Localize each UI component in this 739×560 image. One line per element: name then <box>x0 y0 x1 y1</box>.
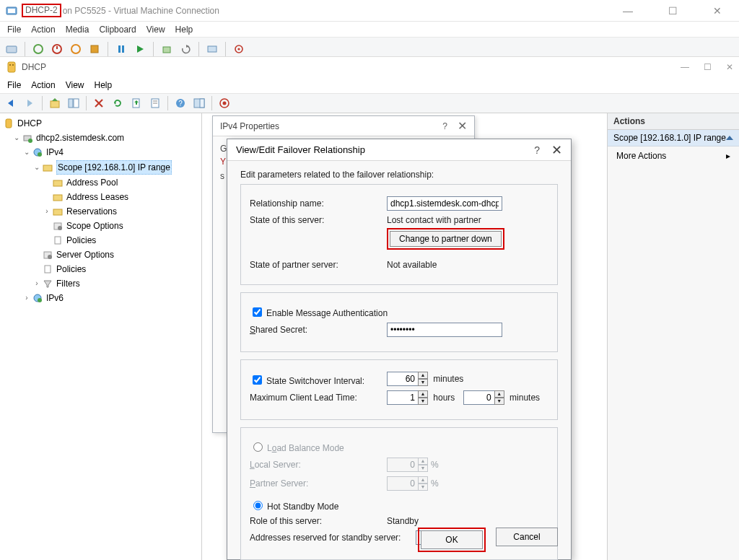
mmc-menu-help[interactable]: Help <box>95 80 113 90</box>
failover-dialog[interactable]: View/Edit Failover Relationship ? ✕ Edit… <box>227 139 572 560</box>
mclt-hours-unit: hours <box>433 393 455 403</box>
save-icon[interactable] <box>87 42 102 56</box>
enhanced-session-icon[interactable] <box>205 42 219 56</box>
checkpoint-icon[interactable] <box>159 42 174 56</box>
shared-secret-field[interactable] <box>387 323 502 337</box>
dialog-help-icon[interactable]: ? <box>534 144 540 156</box>
vm-menubar: File Action Media Clipboard View Help <box>0 22 739 38</box>
svg-rect-24 <box>74 99 79 108</box>
failover-title: View/Edit Failover Relationship <box>236 144 365 155</box>
panel-icon[interactable] <box>191 95 207 111</box>
enable-msg-auth-checkbox[interactable]: Enable Message Authentication <box>250 305 388 318</box>
maximize-button[interactable]: ☐ <box>657 5 688 17</box>
actions-more[interactable]: More Actions ▸ <box>608 146 739 165</box>
group-relationship-state: Relationship name: State of this server:… <box>240 184 558 285</box>
relationship-name-field[interactable] <box>387 196 502 211</box>
export-icon[interactable] <box>128 95 144 111</box>
menu-action[interactable]: Action <box>31 25 55 35</box>
dialog-close-icon[interactable]: ✕ <box>551 142 562 158</box>
mmc-title: DHCP <box>22 62 46 72</box>
help-icon[interactable]: ? <box>442 121 447 131</box>
menu-file[interactable]: File <box>7 25 21 35</box>
hot-standby-radio[interactable]: Hot Standby Mode <box>250 498 338 512</box>
state-partner-server-value: Not available <box>387 260 548 270</box>
collapse-caret-icon <box>726 136 733 140</box>
actions-pane: Actions Scope [192.168.1.0] IP range Mor… <box>608 113 739 560</box>
menu-media[interactable]: Media <box>66 25 89 35</box>
delete-icon[interactable] <box>91 95 107 111</box>
svg-rect-46 <box>53 195 62 201</box>
tree-reservations[interactable]: ›Reservations <box>1 204 200 219</box>
svg-marker-10 <box>137 45 144 53</box>
pause-icon[interactable] <box>114 42 128 56</box>
failover-titlebar[interactable]: View/Edit Failover Relationship ? ✕ <box>227 139 571 161</box>
local-server-label: Local Server: <box>250 460 387 470</box>
up-icon[interactable] <box>47 95 63 111</box>
mmc-maximize-button[interactable]: ☐ <box>704 62 712 72</box>
record-icon[interactable] <box>217 95 232 111</box>
turnoff-icon[interactable] <box>50 42 64 56</box>
mmc-menu-file[interactable]: File <box>7 80 21 90</box>
ctrl-alt-del-icon[interactable] <box>4 42 19 56</box>
menu-clipboard[interactable]: Clipboard <box>99 25 136 35</box>
svg-point-6 <box>71 45 80 53</box>
refresh-icon[interactable] <box>110 95 126 111</box>
switchover-minutes-spinner[interactable]: ▲▼ <box>387 372 428 386</box>
nav-forward-icon[interactable] <box>22 95 38 111</box>
reset-icon[interactable] <box>133 42 147 56</box>
tree-ipv6[interactable]: ›IPv6 <box>1 291 200 305</box>
svg-rect-45 <box>53 180 62 186</box>
shared-secret-label: Shared Secret: <box>250 325 387 335</box>
menu-help[interactable]: Help <box>175 25 193 35</box>
tree-server[interactable]: ⌄ dhcp2.sistemdesk.com <box>1 131 200 145</box>
menu-view[interactable]: View <box>147 25 165 35</box>
state-switchover-checkbox[interactable]: State Switchover Interval: <box>250 372 387 386</box>
svg-rect-50 <box>55 237 61 244</box>
svg-rect-8 <box>118 45 121 53</box>
tree-address-leases[interactable]: Address Leases <box>1 190 200 204</box>
cancel-button[interactable]: Cancel <box>496 528 558 546</box>
change-partner-down-button[interactable]: Change to partner down <box>390 231 502 247</box>
mclt-hours-spinner[interactable]: ▲▼ <box>387 390 428 405</box>
failover-intro: Edit parameters related to the failover … <box>240 170 558 180</box>
share-icon[interactable] <box>232 42 246 56</box>
help-icon[interactable]: ? <box>172 95 188 111</box>
tree-root-dhcp[interactable]: DHCP <box>1 116 200 131</box>
revert-icon[interactable] <box>178 42 193 56</box>
close-button[interactable]: ✕ <box>701 5 733 17</box>
chevron-right-icon: ▸ <box>726 151 730 161</box>
load-balance-radio[interactable]: Load Balance Mode <box>250 439 344 453</box>
mmc-menu-view[interactable]: View <box>66 80 84 90</box>
svg-rect-36 <box>200 99 204 108</box>
properties-icon[interactable] <box>147 95 163 111</box>
shutdown-icon[interactable] <box>69 42 83 56</box>
start-icon[interactable] <box>31 42 45 56</box>
mclt-minutes-spinner[interactable]: ▲▼ <box>463 390 504 405</box>
nav-back-icon[interactable] <box>3 95 19 111</box>
mmc-minimize-button[interactable]: — <box>681 62 689 72</box>
ipv4-dialog-titlebar[interactable]: IPv4 Properties ? ✕ <box>213 116 474 136</box>
state-partner-server-label: State of partner server: <box>250 260 387 270</box>
tree-scope-options[interactable]: Scope Options <box>1 219 200 233</box>
tree-address-pool[interactable]: Address Pool <box>1 175 200 190</box>
close-icon[interactable]: ✕ <box>458 119 467 133</box>
tree-scope-policies[interactable]: Policies <box>1 233 200 248</box>
tree-server-options[interactable]: Server Options <box>1 248 200 262</box>
tree-filters[interactable]: ›Filters <box>1 276 200 291</box>
vm-title-rest: on PC5525 - Virtual Machine Connection <box>63 6 219 16</box>
state-this-server-label: State of this server: <box>250 215 387 225</box>
mmc-menubar: File Action View Help <box>0 77 739 93</box>
tree-ipv4[interactable]: ⌄ IPv4 <box>1 145 200 159</box>
show-hide-tree-icon[interactable] <box>66 95 82 111</box>
mmc-close-button[interactable]: ✕ <box>726 62 733 72</box>
mmc-titlebar: DHCP — ☐ ✕ <box>0 57 739 77</box>
ok-button[interactable]: OK <box>421 530 483 549</box>
tree-policies[interactable]: Policies <box>1 262 200 276</box>
svg-point-17 <box>9 64 11 66</box>
state-this-server-value: Lost contact with partner <box>387 215 548 225</box>
mmc-menu-action[interactable]: Action <box>31 80 55 90</box>
minimize-button[interactable]: — <box>612 5 644 17</box>
tree-pane[interactable]: DHCP ⌄ dhcp2.sistemdesk.com ⌄ IPv4 ⌄ <box>0 113 202 560</box>
actions-scope-heading[interactable]: Scope [192.168.1.0] IP range <box>608 130 739 146</box>
tree-scope[interactable]: ⌄ Scope [192.168.1.0] IP range <box>1 159 200 175</box>
